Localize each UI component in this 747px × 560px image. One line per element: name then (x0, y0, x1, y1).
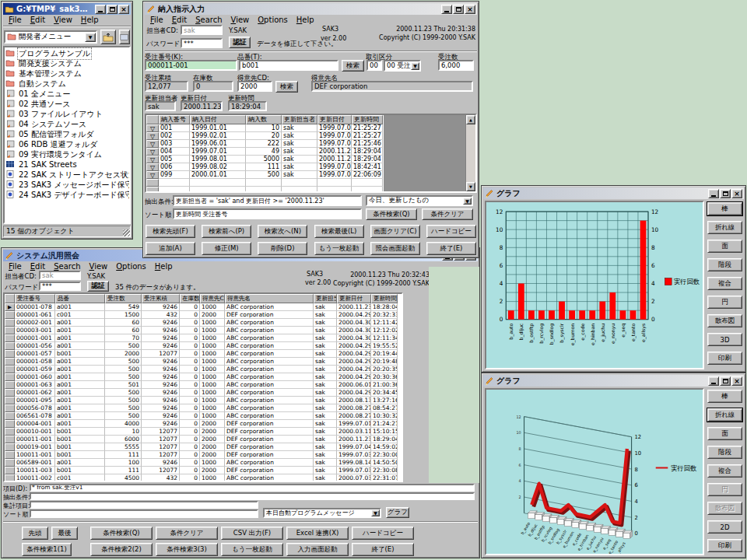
chart-type-bar-button[interactable]: 棒 (707, 390, 742, 403)
search-next-button[interactable]: 検索次へ(N) (258, 225, 307, 238)
table-row[interactable]: 000019-001b00155551207702000DEF corporat… (5, 443, 402, 451)
table-row[interactable]: 000001-061c001150043202000DEF corporatio… (5, 311, 402, 319)
clear-screen-button[interactable]: 画面クリア(C) (370, 225, 420, 238)
table-row[interactable]: 000001-095a001500924601000ABC corporatio… (5, 397, 402, 404)
chart-type-3d-button[interactable]: 3D (707, 333, 742, 346)
modify-button[interactable]: 修正(M) (202, 242, 251, 255)
table-row[interactable]: ▶000001-078a001549924601000ABC corporati… (5, 303, 402, 311)
vertical-scrollbar[interactable]: ▲ ▼ (465, 115, 475, 191)
explorer-titlebar[interactable]: G:¥TMP¥_sak3¥p_sak3¥_... × (3, 3, 131, 15)
chevron-down-icon[interactable]: ▼ (371, 509, 380, 516)
chevron-down-icon[interactable]: ▼ (463, 198, 472, 205)
first-button[interactable]: 先頭 (22, 527, 48, 540)
chevron-down-icon[interactable]: ▼ (411, 62, 419, 70)
open-inquiry-button[interactable]: 照会画面起動 (370, 242, 420, 255)
last-button[interactable]: 最後 (51, 527, 78, 540)
chart-type-composite-button[interactable]: 複合 (707, 277, 742, 290)
query-sort-field[interactable] (30, 509, 258, 518)
query-extract-field[interactable] (30, 492, 475, 500)
order-no-field[interactable]: 000011-001 (145, 60, 237, 71)
csv-export-button[interactable]: CSV 出力(F) (221, 527, 283, 540)
menu-options[interactable]: Options (254, 16, 292, 24)
close-icon[interactable]: × (118, 5, 129, 14)
trade-code-field[interactable]: 00 (366, 60, 382, 71)
item-search-button[interactable]: 検索 (342, 60, 364, 72)
menu-options[interactable]: Options (112, 262, 150, 271)
scroll-down-icon[interactable]: ▼ (466, 182, 475, 191)
row-marker[interactable]: ▽ (146, 163, 159, 171)
table-row[interactable]: 000001-062a001500924601000ABC corporatio… (5, 389, 402, 397)
menu-view[interactable]: View (86, 262, 112, 271)
menu-search[interactable]: Search (191, 16, 226, 24)
table-row[interactable]: 000004-001a0014000924602000DEF corporati… (5, 420, 402, 428)
close-icon[interactable]: × (465, 5, 475, 14)
menu-edit[interactable]: Edit (168, 16, 191, 24)
chart-type-step-button[interactable]: 階段 (707, 446, 742, 459)
chart-type-area-button[interactable]: 面 (707, 427, 742, 440)
table-row[interactable]: 000010-001b001101207702000DEF corporatio… (5, 428, 402, 436)
table-row[interactable]: ▽0031999.06.01222sak1999.07.0121:25:46 (146, 140, 384, 148)
table-row[interactable]: 000001-001a00170924601000ABC corporation… (5, 334, 402, 342)
graph1-titlebar[interactable]: グラフ × (483, 187, 744, 199)
hardcopy-button[interactable]: ハードコピー (426, 225, 476, 238)
row-marker[interactable]: ▽ (146, 148, 159, 156)
chart-type-line-button[interactable]: 折れ線 (707, 408, 742, 422)
graph-button[interactable]: グラフ (386, 507, 409, 518)
table-row[interactable]: 100011-002c001450043201000ABC corporatio… (5, 474, 402, 482)
operator-cd-field[interactable]: sak (39, 271, 81, 280)
minimize-icon[interactable] (708, 189, 719, 198)
menu-help[interactable]: Help (151, 262, 177, 271)
extract-condition-field[interactable]: 更新担当者 = 'sak' and 更新日付 >= '2000.11.23' (173, 195, 362, 206)
sort-order-field[interactable]: 更新時間 受注番号 (173, 208, 362, 219)
chart-type-bar-button[interactable]: 棒 (707, 202, 742, 215)
operator-cd-field[interactable]: sak (181, 25, 223, 35)
menu-help[interactable]: Help (77, 16, 103, 24)
explorer-item-15[interactable]: 24 SAK3 デザイナーボード保守 (5, 190, 128, 200)
row-marker[interactable]: ▽ (146, 140, 159, 148)
hardcopy-button[interactable]: ハードコピー (352, 527, 414, 540)
row-marker[interactable]: ▽ (146, 124, 159, 132)
trade-select[interactable]: 00 受注 ▼ (384, 60, 421, 72)
search-prev-button[interactable]: 検索前へ(P) (202, 225, 251, 238)
toolbar-partial-button[interactable] (119, 30, 130, 44)
table-row[interactable]: ▽0041999.07.0149sak2000.11.2318:29:04 (146, 148, 384, 156)
table-row[interactable]: ▽0011999.01.0110sak1999.07.0121:25:27 (146, 124, 384, 132)
menu-search[interactable]: Search (50, 262, 84, 271)
menu-file[interactable]: File (5, 16, 26, 24)
maximize-icon[interactable] (453, 5, 464, 14)
menu-help[interactable]: Help (293, 16, 318, 24)
explorer-item-11[interactable]: 09 実行環境ランタイム (5, 149, 128, 159)
chart-type-print-button[interactable]: 印刷 (707, 539, 742, 552)
table-row[interactable]: 006589-001a001100924601000ABC corporatio… (5, 459, 402, 467)
table-row[interactable]: ▽0992000.01.01500sak1999.07.0422:06:09 (146, 171, 384, 179)
delete-button[interactable]: 削除(D) (258, 242, 307, 255)
cond-search-3-button[interactable]: 条件検索3(3) (156, 543, 218, 556)
query-sum-field[interactable] (30, 501, 258, 509)
maximize-icon[interactable] (720, 189, 731, 198)
chart-type-print-button[interactable]: 印刷 (707, 352, 742, 365)
row-marker[interactable]: ▽ (146, 171, 159, 179)
chart-type-pie-button[interactable]: 円 (707, 296, 742, 309)
resize-grip[interactable] (123, 229, 130, 236)
minimize-icon[interactable] (441, 5, 452, 14)
password-field[interactable]: *** (39, 282, 81, 291)
chart-type-2d-button[interactable]: 2D (707, 520, 742, 534)
close-icon[interactable]: × (731, 189, 742, 198)
table-row[interactable]: 000001-059a001500924601000ABC corporatio… (5, 366, 402, 373)
table-row[interactable]: 000001-057b00120001207701000ABC corporat… (5, 350, 402, 358)
search-last-button[interactable]: 検索最後(L) (314, 225, 364, 238)
preset-combo[interactable]: 今日、更新したもの ▼ (366, 195, 473, 206)
table-row[interactable]: ▽0021999.02.0120sak1999.07.0121:25:27 (146, 132, 384, 140)
menu-view[interactable]: View (227, 16, 254, 24)
table-row[interactable]: 000003-001a00160924601000ABC corporation… (5, 327, 402, 334)
search-first-button[interactable]: 検索先頭(F) (146, 225, 195, 238)
auth-button[interactable]: 認証 (229, 37, 251, 48)
table-row[interactable]: 000001-058a001500924601000ABC corporatio… (5, 358, 402, 366)
scroll-up-icon[interactable]: ▲ (466, 115, 475, 124)
query-item-field[interactable]: * from sak.受注v1 (30, 484, 475, 492)
cond-search-button[interactable]: 条件検索(Q) (90, 527, 153, 540)
minimize-icon[interactable] (95, 5, 106, 14)
cond-search-button[interactable]: 条件検索(Q) (366, 208, 417, 220)
chart-type-scatter-button[interactable]: 散布図 (707, 314, 742, 327)
launch-another-button[interactable]: もう一枚起動 (221, 543, 283, 556)
